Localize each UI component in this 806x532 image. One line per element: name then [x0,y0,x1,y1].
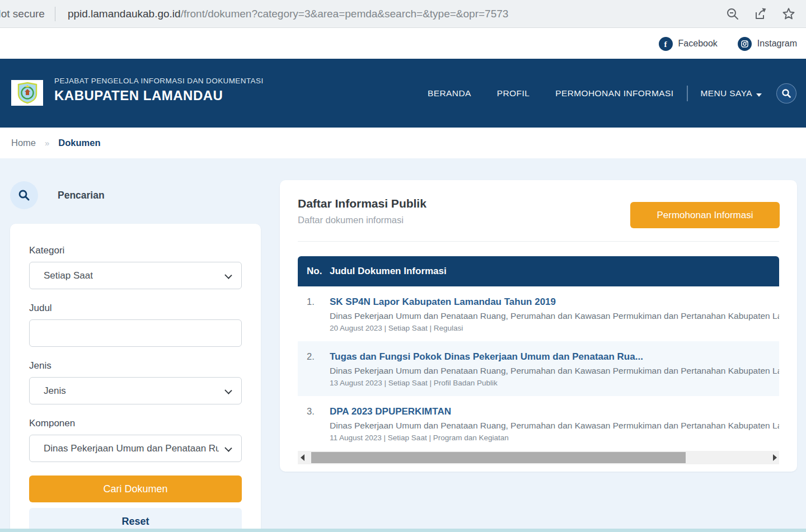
url-path: /front/dokumen?category=3&area=pemda&sea… [181,8,509,20]
main-navigation: BERANDA PROFIL PERMOHONAN INFORMASI MENU… [428,59,796,128]
results-card: Daftar Informasi Publik Daftar dokumen i… [280,180,797,472]
page-root: Not secure ppid.lamandaukab.go.id /front… [0,0,806,532]
scrollbar-thumb[interactable] [311,452,686,463]
table-header-row: No. Judul Dokumen Informasi [298,256,779,286]
document-meta: 20 August 2023 | Setiap Saat | Regulasi [330,324,779,332]
coat-of-arms-icon [16,82,39,104]
judul-input[interactable] [29,319,242,347]
nav-item-beranda[interactable]: BERANDA [428,88,471,98]
search-form-card: Kategori Setiap Saat Judul Jenis Jenis K… [10,224,261,532]
results-divider [298,241,779,242]
document-meta: 13 August 2023 | Setiap Saat | Profil Ba… [330,379,779,387]
security-label: Not secure [0,8,45,20]
search-heading-badge [10,181,38,209]
jenis-select[interactable]: Jenis [29,377,242,404]
social-links-bar: f Facebook Instagram [0,29,806,59]
nav-divider [687,86,688,101]
jenis-label: Jenis [29,360,242,371]
scroll-left-icon[interactable] [298,451,307,464]
document-description: Dinas Pekerjaan Umum dan Penataan Ruang,… [330,311,779,321]
breadcrumb: Home » Dokumen [0,128,806,158]
facebook-link[interactable]: f Facebook [659,37,718,51]
table-row: 3. DPA 2023 DPUPERKIMTAN Dinas Pekerjaan… [298,396,779,451]
cari-dokumen-button[interactable]: Cari Dokumen [29,475,242,502]
kategori-select[interactable]: Setiap Saat [29,262,242,289]
facebook-icon: f [659,37,673,51]
table-row: 1. SK SP4N Lapor Kabupaten Lamandau Tahu… [298,286,779,341]
permohonan-informasi-button[interactable]: Permohonan Informasi [630,202,780,228]
chevron-down-icon [224,387,232,394]
column-judul: Judul Dokumen Informasi [330,266,447,277]
komponen-label: Komponen [29,418,242,429]
nav-item-profil[interactable]: PROFIL [497,88,529,98]
instagram-label: Instagram [757,39,797,49]
nav-item-permohonan-informasi[interactable]: PERMOHONAN INFORMASI [555,88,673,98]
judul-label: Judul [29,303,242,314]
site-logo[interactable] [11,80,43,106]
zoom-out-icon[interactable] [725,7,740,21]
search-panel-heading: Pencarian [10,181,105,209]
document-title-link[interactable]: Tugas dan Fungsi Pokok Dinas Pekerjaan U… [330,351,779,362]
table-row: 2. Tugas dan Fungsi Pokok Dinas Pekerjaa… [298,341,779,396]
document-description: Dinas Pekerjaan Umum dan Penataan Ruang,… [330,366,779,376]
row-number: 3. [298,406,330,442]
chevron-down-icon [224,271,232,279]
omnibox-divider [55,7,55,21]
site-header: PEJABAT PENGELOLA INFORMASI DAN DOKUMENT… [0,59,806,128]
nav-item-menu-saya[interactable]: MENU SAYA [700,88,762,98]
bookmark-star-icon[interactable] [781,7,796,21]
row-number: 2. [298,351,330,387]
breadcrumb-separator: » [45,138,49,148]
instagram-icon [738,37,752,51]
search-icon [781,88,791,98]
search-panel-title: Pencarian [58,190,105,201]
header-search-button[interactable] [776,83,796,103]
komponen-select[interactable]: Dinas Pekerjaan Umum dan Penataan Rua [29,435,242,462]
kategori-label: Kategori [29,245,242,256]
column-no: No. [298,266,330,277]
page-content: Pencarian Kategori Setiap Saat Judul Jen… [0,158,806,532]
browser-address-bar[interactable]: Not secure ppid.lamandaukab.go.id /front… [0,0,806,28]
search-icon [18,189,30,201]
bottom-edge-strip [0,529,806,532]
chevron-down-icon [756,93,762,97]
documents-table: No. Judul Dokumen Informasi 1. SK SP4N L… [298,256,779,464]
instagram-link[interactable]: Instagram [738,37,797,51]
horizontal-scrollbar[interactable] [298,451,779,464]
breadcrumb-current: Dokumen [58,138,100,148]
agency-line: PEJABAT PENGELOLA INFORMASI DAN DOKUMENT… [54,77,264,85]
chevron-down-icon [224,444,232,451]
row-number: 1. [298,296,330,332]
site-title: KABUPATEN LAMANDAU [54,88,223,103]
facebook-label: Facebook [678,39,718,49]
share-icon[interactable] [753,7,768,21]
scroll-right-icon[interactable] [770,451,779,464]
document-title-link[interactable]: DPA 2023 DPUPERKIMTAN [330,406,779,417]
document-meta: 11 August 2023 | Setiap Saat | Program d… [330,434,779,442]
document-description: Dinas Pekerjaan Umum dan Penataan Ruang,… [330,421,779,431]
breadcrumb-home[interactable]: Home [11,138,36,148]
document-title-link[interactable]: SK SP4N Lapor Kabupaten Lamandau Tahun 2… [330,296,779,308]
url-domain: ppid.lamandaukab.go.id [68,8,181,20]
